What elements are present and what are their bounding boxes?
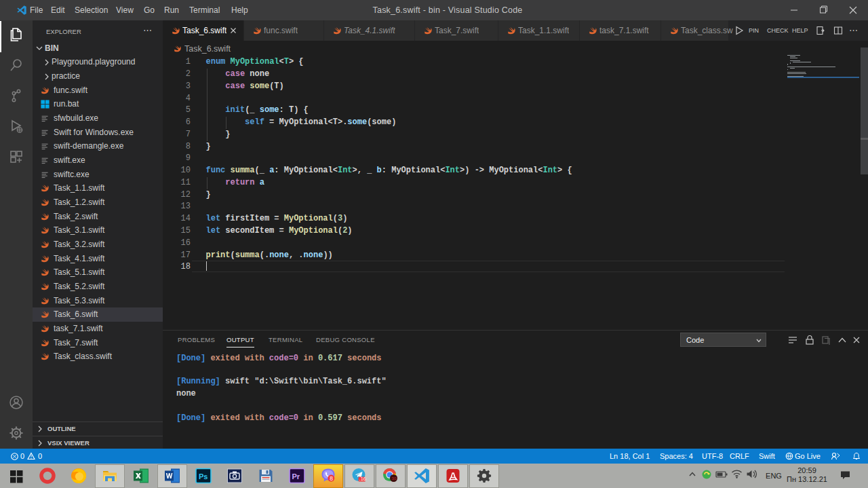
svg-text:Ps: Ps <box>199 472 208 481</box>
svg-text:30: 30 <box>392 476 397 481</box>
svg-text:.16: .16 <box>359 476 366 482</box>
svg-text:8: 8 <box>330 475 333 482</box>
svg-text:Pr: Pr <box>292 472 300 481</box>
